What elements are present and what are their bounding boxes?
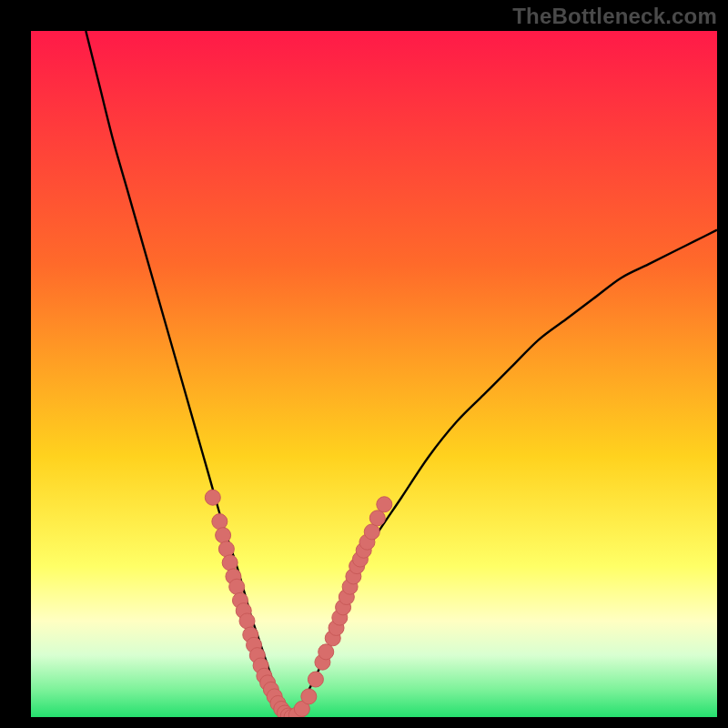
data-point [218, 541, 234, 557]
data-point [377, 497, 392, 512]
data-point [222, 555, 238, 571]
chart-frame: TheBottleneck.com [0, 0, 728, 728]
data-point [229, 579, 245, 594]
data-point [364, 524, 379, 540]
data-point [318, 644, 334, 660]
data-point [308, 672, 323, 687]
data-point [369, 511, 385, 526]
data-point [239, 613, 255, 629]
watermark-label: TheBottleneck.com [512, 4, 717, 29]
data-point [301, 689, 317, 704]
plot-area [31, 31, 717, 717]
data-point [205, 490, 220, 505]
bottleneck-chart [0, 0, 728, 728]
data-point [212, 514, 228, 530]
data-point [216, 528, 231, 543]
